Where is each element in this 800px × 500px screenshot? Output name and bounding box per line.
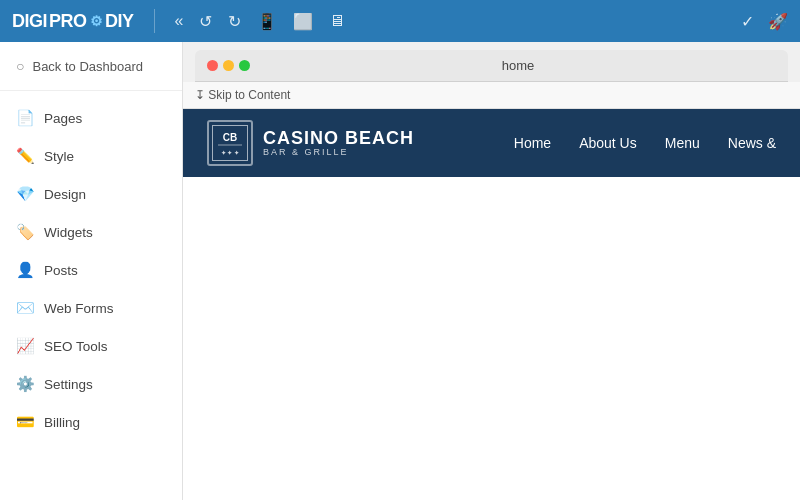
- browser-dots: [207, 60, 250, 71]
- rocket-icon[interactable]: 🚀: [768, 12, 788, 31]
- sidebar-item-billing[interactable]: 💳 Billing: [0, 403, 182, 441]
- nav-redo-icon[interactable]: ↻: [228, 12, 241, 31]
- site-logo: CB ✦ ✦ ✦ CASINO BEACH BAR & GRILLE: [207, 120, 414, 166]
- pages-label: Pages: [44, 111, 82, 126]
- toolbar-divider: [154, 9, 155, 33]
- style-icon: ✏️: [16, 147, 34, 165]
- check-icon[interactable]: ✓: [741, 12, 754, 31]
- design-label: Design: [44, 187, 86, 202]
- nav-link-home[interactable]: Home: [514, 135, 551, 151]
- style-label: Style: [44, 149, 74, 164]
- sidebar-item-settings[interactable]: ⚙️ Settings: [0, 365, 182, 403]
- site-nav-links: Home About Us Menu News &: [514, 135, 776, 151]
- browser-titlebar: home: [195, 50, 788, 82]
- site-logo-name: CASINO BEACH: [263, 129, 414, 147]
- sidebar: ○ Back to Dashboard 📄 Pages ✏️ Style 💎 D…: [0, 42, 183, 500]
- main-area: ○ Back to Dashboard 📄 Pages ✏️ Style 💎 D…: [0, 42, 800, 500]
- sidebar-item-web-forms[interactable]: ✉️ Web Forms: [0, 289, 182, 327]
- browser-chrome: home: [183, 42, 800, 82]
- sidebar-nav: 📄 Pages ✏️ Style 💎 Design 🏷️ Widgets 👤 P…: [0, 91, 182, 449]
- site-logo-text: CASINO BEACH BAR & GRILLE: [263, 129, 414, 157]
- sidebar-item-widgets[interactable]: 🏷️ Widgets: [0, 213, 182, 251]
- skip-text: ↧ Skip to Content: [195, 88, 290, 102]
- dot-yellow[interactable]: [223, 60, 234, 71]
- sidebar-item-style[interactable]: ✏️ Style: [0, 137, 182, 175]
- settings-label: Settings: [44, 377, 93, 392]
- site-logo-sub: BAR & GRILLE: [263, 147, 414, 157]
- pages-icon: 📄: [16, 109, 34, 127]
- billing-label: Billing: [44, 415, 80, 430]
- nav-link-menu[interactable]: Menu: [665, 135, 700, 151]
- web-forms-icon: ✉️: [16, 299, 34, 317]
- settings-icon: ⚙️: [16, 375, 34, 393]
- nav-mobile-icon[interactable]: 📱: [257, 12, 277, 31]
- posts-icon: 👤: [16, 261, 34, 279]
- widgets-icon: 🏷️: [16, 223, 34, 241]
- sidebar-item-posts[interactable]: 👤 Posts: [0, 251, 182, 289]
- web-forms-label: Web Forms: [44, 301, 114, 316]
- logo-digi: DIGI: [12, 11, 47, 32]
- sidebar-item-pages[interactable]: 📄 Pages: [0, 99, 182, 137]
- back-label: Back to Dashboard: [32, 59, 143, 74]
- seo-tools-label: SEO Tools: [44, 339, 108, 354]
- nav-undo-icon[interactable]: ↺: [199, 12, 212, 31]
- dot-green[interactable]: [239, 60, 250, 71]
- site-logo-icon: CB ✦ ✦ ✦: [207, 120, 253, 166]
- app-logo: DIGIPRO ⚙ DIY: [12, 11, 134, 32]
- logo-diy: DIY: [105, 11, 134, 32]
- dot-red[interactable]: [207, 60, 218, 71]
- svg-text:CB: CB: [223, 132, 237, 143]
- back-to-dashboard[interactable]: ○ Back to Dashboard: [0, 42, 182, 91]
- logo-pro: PRO: [49, 11, 87, 32]
- skip-bar[interactable]: ↧ Skip to Content: [183, 82, 800, 109]
- browser-content: ↧ Skip to Content CB ✦ ✦ ✦: [183, 82, 800, 500]
- widgets-label: Widgets: [44, 225, 93, 240]
- toolbar-right: ✓ 🚀: [741, 12, 788, 31]
- gear-icon: ⚙: [90, 13, 103, 29]
- nav-tablet-icon[interactable]: ⬜: [293, 12, 313, 31]
- browser-url: home: [260, 58, 776, 73]
- toolbar: DIGIPRO ⚙ DIY « ↺ ↻ 📱 ⬜ 🖥 ✓ 🚀: [0, 0, 800, 42]
- nav-link-news[interactable]: News &: [728, 135, 776, 151]
- sidebar-item-design[interactable]: 💎 Design: [0, 175, 182, 213]
- design-icon: 💎: [16, 185, 34, 203]
- nav-link-about[interactable]: About Us: [579, 135, 637, 151]
- nav-back-icon[interactable]: «: [175, 12, 184, 30]
- sidebar-item-seo-tools[interactable]: 📈 SEO Tools: [0, 327, 182, 365]
- back-icon: ○: [16, 58, 24, 74]
- site-content: CB ✦ ✦ ✦ CASINO BEACH BAR & GRILLE Home: [183, 109, 800, 177]
- posts-label: Posts: [44, 263, 78, 278]
- site-nav: CB ✦ ✦ ✦ CASINO BEACH BAR & GRILLE Home: [183, 109, 800, 177]
- billing-icon: 💳: [16, 413, 34, 431]
- svg-text:✦ ✦ ✦: ✦ ✦ ✦: [221, 150, 239, 156]
- toolbar-nav-icons: « ↺ ↻ 📱 ⬜ 🖥: [175, 12, 346, 31]
- browser-area: home ↧ Skip to Content CB: [183, 42, 800, 500]
- nav-desktop-icon[interactable]: 🖥: [329, 12, 345, 30]
- seo-tools-icon: 📈: [16, 337, 34, 355]
